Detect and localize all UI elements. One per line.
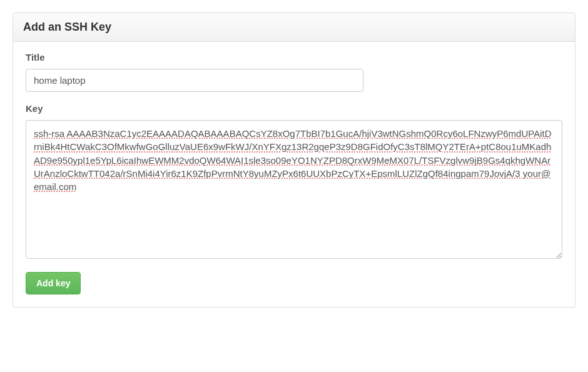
add-key-button[interactable]: Add key — [26, 272, 81, 294]
add-ssh-key-panel: Add an SSH Key Title Key ssh-rsa AAAAB3N… — [13, 13, 575, 308]
title-field-group: Title — [26, 52, 562, 92]
key-textarea[interactable]: ssh-rsa AAAAB3NzaC1yc2EAAAADAQABAAABAQCs… — [26, 120, 562, 259]
panel-header: Add an SSH Key — [13, 13, 575, 42]
key-field-group: Key ssh-rsa AAAAB3NzaC1yc2EAAAADAQABAAAB… — [26, 103, 562, 261]
title-label: Title — [26, 52, 562, 63]
panel-title: Add an SSH Key — [23, 21, 565, 34]
title-input[interactable] — [26, 69, 363, 92]
key-label: Key — [26, 103, 562, 114]
panel-body: Title Key ssh-rsa AAAAB3NzaC1yc2EAAAADAQ… — [13, 42, 575, 307]
